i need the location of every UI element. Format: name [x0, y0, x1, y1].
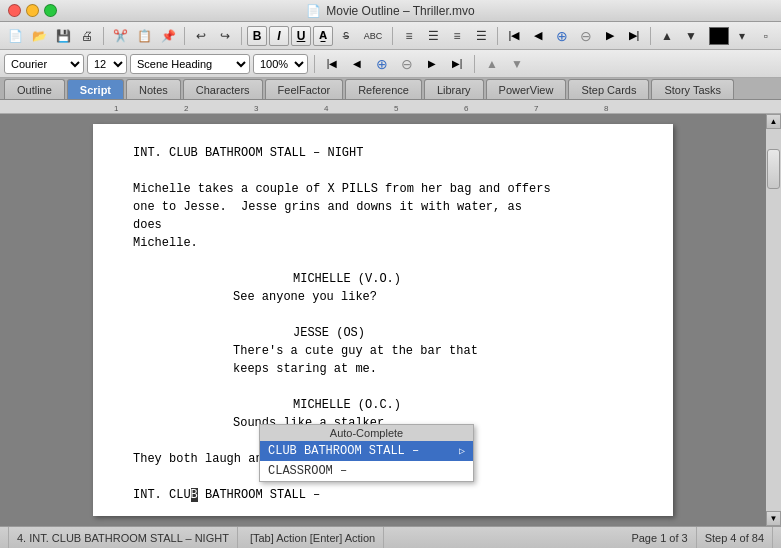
tab-library[interactable]: Library: [424, 79, 484, 99]
scene-remove[interactable]: ⊖: [396, 53, 418, 75]
dialogue-1: See anyone you like?: [233, 288, 513, 306]
character-1: MICHELLE (V.O.): [293, 270, 633, 288]
window-controls: [8, 4, 57, 17]
page-status: Page 1 of 3: [623, 527, 696, 548]
autocomplete-item-1[interactable]: CLUB BATHROOM STALL – ▷: [260, 441, 473, 461]
format-sep-1: [314, 55, 315, 73]
print-button[interactable]: 🖨: [76, 25, 98, 47]
separator-1: [103, 27, 104, 45]
action-1: Michelle takes a couple of X PILLS from …: [133, 180, 553, 252]
font-color-button[interactable]: A̲: [313, 26, 333, 46]
justify-button[interactable]: ☰: [470, 25, 492, 47]
main-area: INT. CLUB BATHROOM STALL – NIGHT Michell…: [0, 114, 781, 526]
autocomplete-popup[interactable]: Auto-Complete CLUB BATHROOM STALL – ▷ CL…: [259, 424, 474, 482]
tab-characters[interactable]: Characters: [183, 79, 263, 99]
scene-last[interactable]: ▶|: [446, 54, 468, 74]
ruler-inner: 1 2 3 4 5 6 7 8: [84, 100, 781, 113]
color-picker[interactable]: [709, 27, 729, 45]
tab-script[interactable]: Script: [67, 79, 124, 99]
align-right-button[interactable]: ≡: [446, 25, 468, 47]
scene-heading-2: INT. CLUB BATHROOM STALL –: [133, 486, 633, 504]
nav-first-button[interactable]: |◀: [503, 26, 525, 46]
undo-button[interactable]: ↩: [190, 25, 212, 47]
copy-button[interactable]: 📋: [133, 25, 155, 47]
nav-add-button[interactable]: ⊕: [551, 25, 573, 47]
align-left-button[interactable]: ≡: [398, 25, 420, 47]
italic-button[interactable]: I: [269, 26, 289, 46]
autocomplete-item-2[interactable]: CLASSROOM –: [260, 461, 473, 481]
scroll-down-button[interactable]: ▼: [766, 511, 781, 526]
separator-3: [241, 27, 242, 45]
strikethrough-button[interactable]: S̶: [335, 25, 357, 47]
ruler: 1 2 3 4 5 6 7 8: [0, 100, 781, 114]
sort-down-button[interactable]: ▼: [680, 25, 702, 47]
extra-button[interactable]: ▫: [755, 25, 777, 47]
blank-1: [133, 162, 633, 180]
separator-2: [184, 27, 185, 45]
size-selector[interactable]: 12: [87, 54, 127, 74]
font-selector[interactable]: Courier: [4, 54, 84, 74]
status-bar: 4. INT. CLUB BATHROOM STALL – NIGHT [Tab…: [0, 526, 781, 548]
new-button[interactable]: 📄: [4, 25, 26, 47]
tab-outline[interactable]: Outline: [4, 79, 65, 99]
autocomplete-title: Auto-Complete: [260, 425, 473, 441]
character-2: JESSE (OS): [293, 324, 633, 342]
title-bar: 📄 Movie Outline – Thriller.mvo: [0, 0, 781, 22]
scroll-up-button[interactable]: ▲: [766, 114, 781, 129]
nav-prev-button[interactable]: ◀: [527, 26, 549, 46]
tab-storytasks[interactable]: Story Tasks: [651, 79, 734, 99]
main-toolbar: 📄 📂 💾 🖨 ✂️ 📋 📌 ↩ ↪ B I U A̲ S̶ ABC ≡ ☰ ≡…: [0, 22, 781, 50]
tab-notes[interactable]: Notes: [126, 79, 181, 99]
separator-5: [497, 27, 498, 45]
format-sep-2: [474, 55, 475, 73]
separator-4: [392, 27, 393, 45]
script-area[interactable]: INT. CLUB BATHROOM STALL – NIGHT Michell…: [0, 114, 766, 526]
paste-button[interactable]: 📌: [157, 25, 179, 47]
nav-remove-button[interactable]: ⊖: [575, 25, 597, 47]
vertical-scrollbar[interactable]: ▲ ▼: [766, 114, 781, 526]
maximize-button[interactable]: [44, 4, 57, 17]
blank-7: [133, 504, 633, 516]
underline-button[interactable]: U: [291, 26, 311, 46]
bold-button[interactable]: B: [247, 26, 267, 46]
tab-feelfactor[interactable]: FeelFactor: [265, 79, 344, 99]
tab-reference[interactable]: Reference: [345, 79, 422, 99]
tab-bar: Outline Script Notes Characters FeelFact…: [0, 78, 781, 100]
blank-4: [133, 378, 633, 396]
scene-first[interactable]: |◀: [321, 54, 343, 74]
scene-status: 4. INT. CLUB BATHROOM STALL – NIGHT: [8, 527, 238, 548]
color-dropdown[interactable]: ▾: [731, 25, 753, 47]
open-button[interactable]: 📂: [28, 25, 50, 47]
cut-button[interactable]: ✂️: [109, 25, 131, 47]
nav-next-button[interactable]: ▶: [599, 26, 621, 46]
tab-powerview[interactable]: PowerView: [486, 79, 567, 99]
scene-heading-1: INT. CLUB BATHROOM STALL – NIGHT: [133, 144, 633, 162]
blank-3: [133, 306, 633, 324]
nav-last-button[interactable]: ▶|: [623, 26, 645, 46]
save-button[interactable]: 💾: [52, 25, 74, 47]
script-page[interactable]: INT. CLUB BATHROOM STALL – NIGHT Michell…: [93, 124, 673, 516]
style-selector[interactable]: Scene Heading: [130, 54, 250, 74]
minimize-button[interactable]: [26, 4, 39, 17]
sort-up-btn[interactable]: ▲: [481, 53, 503, 75]
redo-button[interactable]: ↪: [214, 25, 236, 47]
step-status: Step 4 of 84: [697, 527, 773, 548]
close-button[interactable]: [8, 4, 21, 17]
blank-2: [133, 252, 633, 270]
cursor-indicator: ▷: [459, 445, 465, 457]
tab-stepcards[interactable]: Step Cards: [568, 79, 649, 99]
scroll-thumb[interactable]: [767, 149, 780, 189]
scene-next[interactable]: ▶: [421, 54, 443, 74]
scene-prev[interactable]: ◀: [346, 54, 368, 74]
scene-add[interactable]: ⊕: [371, 53, 393, 75]
separator-6: [650, 27, 651, 45]
dialogue-2: There's a cute guy at the bar that keeps…: [233, 342, 513, 378]
zoom-selector[interactable]: 100%: [253, 54, 308, 74]
sort-up-button[interactable]: ▲: [656, 25, 678, 47]
character-3: MICHELLE (O.C.): [293, 396, 633, 414]
sort-down-btn[interactable]: ▼: [506, 53, 528, 75]
abc-button[interactable]: ABC: [359, 25, 387, 47]
align-center-button[interactable]: ☰: [422, 25, 444, 47]
scroll-track[interactable]: [766, 129, 781, 511]
document-icon: 📄: [306, 4, 321, 18]
